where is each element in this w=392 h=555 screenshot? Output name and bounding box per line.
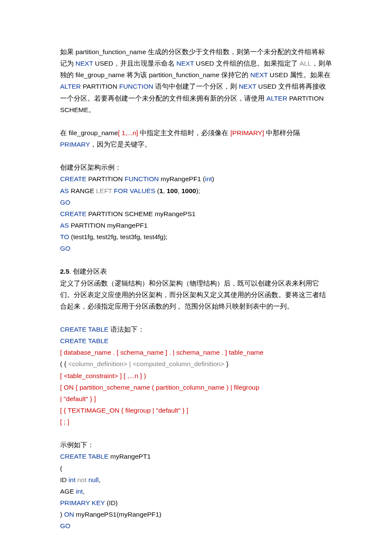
text: (ID) (105, 499, 118, 506)
text: PARTITION myRangePF1 (69, 222, 148, 229)
text: PARTITION (81, 83, 119, 90)
keyword-values: VALUES (130, 187, 155, 194)
code-line: CREATE TABLE (60, 335, 332, 347)
section-2-5-heading: 2.5. 创建分区表 (60, 266, 332, 277)
text: ，因为它是关键字。 (90, 141, 151, 148)
blank-line (60, 428, 332, 439)
text: 语法如下： (109, 326, 144, 333)
text: myRangePF1 ( (159, 175, 205, 182)
value: 100 (167, 187, 178, 194)
text: } (225, 360, 228, 367)
section-2-5-body: 定义了分区函数（逻辑结构）和分区架构（物理结构）后，既可以创建分区表来利用它们。… (60, 278, 332, 312)
code-line: PRIMARY KEY (ID) (60, 497, 332, 509)
text: (test1fg, test2fg, test3fg, test4fg); (69, 233, 167, 240)
text: , (99, 476, 101, 483)
code-line: GO (60, 197, 332, 208)
text: myRangePT1 (109, 453, 151, 460)
keyword-on: ON (64, 511, 74, 518)
keyword-for: FOR (114, 187, 128, 194)
code-line: GO (60, 520, 332, 532)
text: ); (196, 187, 200, 194)
syntax-bracket: [ 1,...n] (118, 129, 138, 136)
keyword-alter: ALTER (60, 83, 81, 90)
value: 1 (159, 187, 163, 194)
keyword-primary: PRIMARY (60, 141, 90, 148)
text: ( { (60, 360, 68, 367)
code-line: [ ; ] (60, 416, 332, 428)
code-line: | "default" } ] (60, 393, 332, 405)
code-line: [ database_name . [ schema_name ] . | sc… (60, 347, 332, 358)
code-line: TO (test1fg, test2fg, test3fg, test4fg); (60, 231, 332, 243)
keyword-next: NEXT (239, 83, 256, 90)
keyword-int: int (69, 476, 75, 483)
text: , (178, 187, 182, 194)
keyword-as: AS (60, 222, 69, 229)
section-title: . 创建分区表 (69, 268, 107, 275)
text: USED，并且出现显示命名 (93, 60, 176, 67)
code-line: AS PARTITION myRangePF1 (60, 220, 332, 231)
text: , (163, 187, 167, 194)
document-page: 如果 partition_function_name 生成的分区数少于文件组数，… (0, 0, 392, 555)
code-line: ID int not null, (60, 474, 332, 486)
code-line: [ ON { partition_scheme_name ( partition… (60, 382, 332, 393)
text: 中那样分隔 (264, 129, 300, 136)
keyword-null: null (88, 476, 98, 483)
text: USED 属性。如果在 (268, 71, 331, 78)
keyword-not: not (78, 476, 87, 483)
keyword-create: CREATE (60, 210, 86, 217)
text: USED 文件组的信息。如果指定了 (194, 60, 300, 67)
keyword-left: LEFT (96, 187, 112, 194)
keyword-primary-key: PRIMARY KEY (60, 499, 105, 506)
code-line: GO (60, 243, 332, 254)
code-line: CREATE PARTITION FUNCTION myRangePF1 (in… (60, 173, 332, 185)
text: ID (60, 476, 69, 483)
code-line: CREATE TABLE myRangePT1 (60, 451, 332, 462)
create-table-intro: CREATE TABLE 语法如下： (60, 324, 332, 335)
keyword-all: ALL (300, 60, 311, 67)
text: ( (155, 187, 159, 194)
keyword-to: TO (60, 233, 69, 240)
blank-line (60, 116, 332, 127)
blank-line (60, 150, 332, 162)
paragraph-1: 如果 partition_function_name 生成的分区数少于文件组数，… (60, 46, 332, 116)
code-line: ) ON myRangePS1(myRangePF1) (60, 509, 332, 520)
text: RANGE (69, 187, 96, 194)
keyword-next: NEXT (75, 60, 93, 67)
code-line: CREATE PARTITION SCHEME myRangePS1 (60, 208, 332, 220)
keyword-as: AS (60, 187, 69, 194)
text: PARTITION SCHEME myRangePS1 (86, 210, 196, 217)
keyword-alter: ALTER (266, 95, 287, 102)
keyword-go: GO (60, 199, 70, 206)
keyword-int: int (205, 175, 212, 182)
example-2-title: 示例如下： (60, 439, 332, 451)
text: 中指定主文件组时，必须像在 (138, 129, 231, 136)
text: , (83, 488, 84, 495)
code-line: ( (60, 462, 332, 474)
keyword-create: CREATE (60, 175, 86, 182)
section-number: 2.5 (60, 268, 69, 275)
keyword-next: NEXT (176, 60, 194, 67)
paragraph-2: 在 file_group_name[ 1,...n] 中指定主文件组时，必须像在… (60, 127, 332, 150)
keyword-int: int (76, 488, 83, 495)
blank-line (60, 254, 332, 266)
code-line: [ { TEXTIMAGE_ON { filegroup | "default"… (60, 405, 332, 416)
text: myRangePS1(myRangePF1) (74, 511, 161, 518)
code-line: ( { <column_definition> | <computed_colu… (60, 358, 332, 370)
text: 在 file_group_name (60, 129, 118, 136)
code-line: AS RANGE LEFT FOR VALUES (1, 100, 1000); (60, 185, 332, 197)
keyword-next: NEXT (250, 71, 268, 78)
text: ) (212, 175, 214, 182)
text: PARTITION (86, 175, 125, 182)
text: 语句中创建了一个分区，则 (153, 83, 239, 90)
code-line: [ <table_constraint> ] [ ,...n ] ) (60, 370, 332, 382)
blank-line (60, 312, 332, 324)
text: <column_definition> | <computed_column_d… (68, 360, 225, 367)
keyword-create-table: CREATE TABLE (60, 453, 109, 460)
syntax-primary: [PRIMARY] (231, 129, 264, 136)
value: 1000 (182, 187, 196, 194)
keyword-function: FUNCTION (119, 83, 153, 90)
code-line: AGE int, (60, 486, 332, 497)
keyword-go: GO (60, 245, 70, 252)
keyword-create-table: CREATE TABLE (60, 326, 109, 333)
keyword-function: FUNCTION (125, 175, 159, 182)
